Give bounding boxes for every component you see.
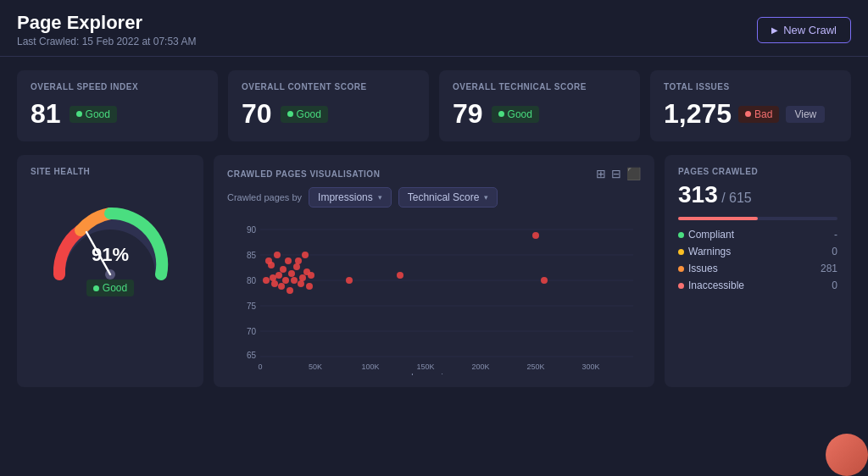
header-left: Page Explorer Last Crawled: 15 Feb 2022 … bbox=[17, 12, 196, 47]
site-health-card: SITE HEALTH 91% bbox=[17, 155, 203, 387]
svg-point-33 bbox=[287, 287, 293, 294]
score-cards-row: OVERALL SPEED INDEX 81 Good OVERALL CONT… bbox=[17, 70, 851, 141]
svg-point-29 bbox=[278, 283, 285, 290]
issues-badge-label: Bad bbox=[754, 108, 772, 120]
svg-point-25 bbox=[270, 274, 276, 281]
svg-point-37 bbox=[295, 257, 302, 264]
view-issues-button[interactable]: View bbox=[786, 106, 825, 123]
speed-badge-dot bbox=[76, 111, 82, 117]
speed-index-value-row: 81 Good bbox=[31, 98, 204, 130]
technical-score-dropdown-label: Technical Score bbox=[408, 191, 480, 203]
svg-point-24 bbox=[268, 262, 275, 268]
header: Page Explorer Last Crawled: 15 Feb 2022 … bbox=[0, 0, 868, 57]
pages-crawled-numbers: 313 / 615 bbox=[678, 181, 837, 208]
svg-point-34 bbox=[288, 270, 295, 277]
gauge-percent: 91% bbox=[92, 244, 129, 266]
svg-text:250K: 250K bbox=[526, 363, 544, 371]
svg-point-26 bbox=[271, 280, 278, 287]
stat-issues: Issues 281 bbox=[678, 263, 837, 274]
progress-bar bbox=[678, 217, 837, 220]
content-score-card: OVERALL CONTENT SCORE 70 Good bbox=[228, 70, 429, 141]
svg-point-46 bbox=[532, 232, 539, 239]
content-score-value-row: 70 Good bbox=[242, 98, 415, 130]
site-health-label: SITE HEALTH bbox=[31, 167, 90, 176]
stat-inaccessible: Inaccessible 0 bbox=[678, 280, 837, 291]
svg-text:75: 75 bbox=[247, 302, 257, 311]
total-issues-value: 1,275 bbox=[664, 98, 732, 130]
svg-text:90: 90 bbox=[247, 225, 257, 235]
speed-index-label: OVERALL SPEED INDEX bbox=[31, 82, 204, 91]
stat-compliant-label: Compliant bbox=[688, 229, 734, 241]
stat-warnings: Warnings 0 bbox=[678, 246, 837, 257]
svg-point-36 bbox=[293, 263, 300, 270]
total-issues-value-row: 1,275 Bad View bbox=[664, 98, 837, 130]
stat-warnings-label-row: Warnings bbox=[678, 246, 731, 257]
svg-point-45 bbox=[397, 272, 403, 279]
stat-issues-value: 281 bbox=[821, 263, 837, 274]
svg-point-47 bbox=[541, 277, 548, 284]
svg-point-27 bbox=[274, 252, 281, 258]
technical-score-label: OVERALL TECHNICAL SCORE bbox=[453, 82, 626, 91]
svg-text:65: 65 bbox=[247, 351, 257, 360]
technical-score-value: 79 bbox=[453, 98, 483, 130]
svg-point-35 bbox=[291, 277, 298, 284]
total-issues-label: TOTAL ISSUES bbox=[664, 82, 837, 91]
content-score-label: OVERALL CONTENT SCORE bbox=[242, 82, 415, 91]
technical-badge-label: Good bbox=[508, 108, 532, 120]
speed-index-value: 81 bbox=[31, 98, 61, 130]
impressions-dropdown-arrow: ▾ bbox=[378, 193, 382, 202]
stat-inaccessible-label-row: Inaccessible bbox=[678, 280, 744, 291]
dot-compliant bbox=[678, 232, 684, 238]
technical-score-dropdown-arrow: ▾ bbox=[484, 193, 488, 202]
new-crawl-button[interactable]: ▶ New Crawl bbox=[757, 17, 851, 43]
svg-point-40 bbox=[302, 252, 309, 258]
svg-text:Impressions: Impressions bbox=[411, 373, 457, 375]
svg-text:80: 80 bbox=[247, 276, 257, 285]
stats-list: Compliant - Warnings 0 bbox=[678, 229, 837, 291]
speed-index-card: OVERALL SPEED INDEX 81 Good bbox=[17, 70, 218, 141]
impressions-dropdown[interactable]: Impressions ▾ bbox=[309, 187, 392, 208]
svg-point-32 bbox=[285, 257, 292, 264]
total-issues-card: TOTAL ISSUES 1,275 Bad View bbox=[650, 70, 851, 141]
content-badge-dot bbox=[287, 111, 293, 117]
svg-point-42 bbox=[306, 283, 313, 290]
pages-crawled-current: 313 bbox=[678, 181, 718, 208]
svg-text:85: 85 bbox=[247, 251, 257, 260]
stat-compliant-label-row: Compliant bbox=[678, 229, 734, 241]
play-icon: ▶ bbox=[771, 25, 778, 35]
viz-icon-list[interactable]: ⊟ bbox=[611, 167, 621, 180]
new-crawl-label: New Crawl bbox=[783, 24, 837, 36]
viz-icons: ⊞ ⊟ ⬛ bbox=[596, 167, 641, 180]
technical-badge-dot bbox=[498, 111, 504, 117]
stat-compliant: Compliant - bbox=[678, 229, 837, 241]
svg-text:150K: 150K bbox=[416, 363, 434, 371]
svg-point-30 bbox=[280, 266, 287, 273]
main-content: OVERALL SPEED INDEX 81 Good OVERALL CONT… bbox=[0, 57, 868, 401]
svg-point-31 bbox=[282, 277, 289, 284]
technical-score-dropdown[interactable]: Technical Score ▾ bbox=[398, 187, 498, 208]
speed-badge-label: Good bbox=[86, 108, 110, 120]
crawled-pages-viz-card: CRAWLED PAGES VISUALISATION ⊞ ⊟ ⬛ Crawle… bbox=[214, 155, 654, 387]
svg-text:50K: 50K bbox=[309, 363, 322, 371]
pages-crawled-total: / 615 bbox=[721, 191, 752, 205]
gauge-svg bbox=[42, 190, 178, 291]
content-score-value: 70 bbox=[242, 98, 272, 130]
dot-issues bbox=[678, 266, 684, 272]
viz-filter-label: Crawled pages by bbox=[227, 192, 302, 202]
dot-inaccessible bbox=[678, 283, 684, 289]
stat-warnings-value: 0 bbox=[832, 246, 837, 257]
viz-icon-download[interactable]: ⬛ bbox=[626, 167, 641, 180]
issues-badge-dot bbox=[745, 111, 751, 117]
page-title: Page Explorer bbox=[17, 12, 196, 34]
technical-score-badge: Good bbox=[492, 106, 539, 123]
dot-warnings bbox=[678, 249, 684, 255]
avatar[interactable] bbox=[826, 434, 868, 476]
viz-icon-grid[interactable]: ⊞ bbox=[596, 167, 606, 180]
viz-title: CRAWLED PAGES VISUALISATION bbox=[227, 169, 380, 179]
svg-point-39 bbox=[299, 274, 306, 281]
content-score-badge: Good bbox=[281, 106, 328, 123]
content-badge-label: Good bbox=[297, 108, 321, 120]
svg-point-38 bbox=[298, 280, 304, 287]
svg-point-44 bbox=[346, 277, 353, 284]
svg-text:70: 70 bbox=[247, 327, 257, 336]
